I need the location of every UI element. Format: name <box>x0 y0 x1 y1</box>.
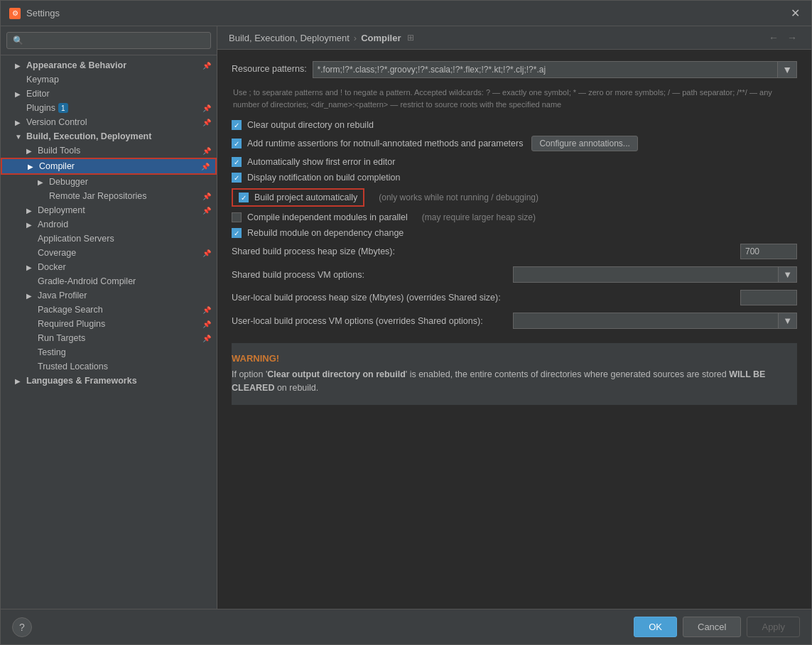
apply-button[interactable]: Apply <box>747 617 800 637</box>
sidebar-item-android[interactable]: ▶ Android <box>1 217 217 232</box>
sidebar-item-app-servers[interactable]: Application Servers <box>1 232 217 246</box>
sidebar-item-trusted-locations[interactable]: Trusted Locations <box>1 359 217 374</box>
sidebar-item-label: Application Servers <box>38 234 114 244</box>
build-automatically-checkbox[interactable] <box>239 193 249 202</box>
breadcrumb-nav: ← → <box>766 32 800 43</box>
search-box <box>1 26 217 55</box>
clear-output-label: Clear output directory on rebuild <box>247 120 374 130</box>
user-vm-label: User-local build process VM options (ove… <box>232 316 513 326</box>
user-vm-expand[interactable]: ▼ <box>779 313 797 329</box>
display-notification-label: Display notification on build completion <box>247 173 400 183</box>
configure-annotations-button[interactable]: Configure annotations... <box>531 136 637 151</box>
sidebar-item-java-profiler[interactable]: ▶ Java Profiler <box>1 288 217 303</box>
user-vm-input[interactable] <box>513 313 779 329</box>
arrow-icon: ▶ <box>15 377 23 385</box>
sidebar-item-editor[interactable]: ▶ Editor <box>1 87 217 101</box>
arrow-icon: ▶ <box>28 163 36 170</box>
sidebar-item-gradle-android[interactable]: Gradle-Android Compiler <box>1 274 217 288</box>
add-runtime-checkbox[interactable] <box>232 139 242 148</box>
user-heap-input[interactable] <box>740 290 797 305</box>
search-input[interactable] <box>6 32 211 49</box>
shared-vm-input-wrap: ▼ <box>513 266 797 283</box>
build-automatically-label: Build project automatically <box>254 193 357 202</box>
pin-icon: 📌 <box>202 193 211 200</box>
sidebar-item-label: Build, Execution, Deployment <box>26 131 151 141</box>
warning-title: WARNING! <box>232 353 797 364</box>
shared-heap-input[interactable] <box>740 244 797 259</box>
breadcrumb-icon: ⊞ <box>407 33 414 43</box>
help-button[interactable]: ? <box>12 617 32 637</box>
cancel-button[interactable]: Cancel <box>683 617 741 637</box>
sidebar-item-label: Java Profiler <box>38 291 87 300</box>
sidebar-item-label: Version Control <box>26 117 87 127</box>
sidebar-item-debugger[interactable]: ▶ Debugger <box>1 175 217 189</box>
pin-icon: 📌 <box>202 119 211 126</box>
sidebar-item-coverage[interactable]: Coverage 📌 <box>1 246 217 260</box>
sidebar-item-version-control[interactable]: ▶ Version Control 📌 <box>1 115 217 129</box>
sidebar-item-label: Editor <box>26 89 50 99</box>
rebuild-module-row: Rebuild module on dependency change <box>232 228 797 238</box>
sidebar-tree: ▶ Appearance & Behavior 📌 Keymap ▶ Edito… <box>1 55 217 609</box>
close-button[interactable]: ✕ <box>788 6 803 20</box>
compile-independent-checkbox[interactable] <box>232 212 242 222</box>
shared-vm-expand[interactable]: ▼ <box>779 266 797 283</box>
breadcrumb-bar: Build, Execution, Deployment › Compiler … <box>217 26 811 50</box>
nav-forward-button[interactable]: → <box>784 32 800 43</box>
rebuild-module-label: Rebuild module on dependency change <box>247 228 404 238</box>
nav-back-button[interactable]: ← <box>766 32 781 43</box>
sidebar-item-label: Run Targets <box>38 333 85 343</box>
resource-expand-button[interactable]: ▼ <box>777 62 796 77</box>
shared-vm-row: Shared build process VM options: ▼ <box>232 266 797 283</box>
pin-icon: 📌 <box>202 306 211 314</box>
compile-independent-label: Compile independent modules in parallel <box>247 212 408 222</box>
sidebar-item-remote-jar[interactable]: Remote Jar Repositories 📌 <box>1 189 217 203</box>
arrow-icon: ▶ <box>38 178 46 186</box>
breadcrumb-parent: Build, Execution, Deployment <box>229 33 350 43</box>
show-first-error-checkbox[interactable] <box>232 157 242 167</box>
compile-independent-row: Compile independent modules in parallel … <box>232 212 797 222</box>
rebuild-module-checkbox[interactable] <box>232 228 242 238</box>
arrow-icon: ▶ <box>26 147 35 155</box>
user-vm-row: User-local build process VM options (ove… <box>232 313 797 329</box>
sidebar-item-plugins[interactable]: Plugins 1 📌 <box>1 101 217 115</box>
resource-patterns-input[interactable] <box>313 63 778 77</box>
user-heap-row: User-local build process heap size (Mbyt… <box>232 290 797 305</box>
dialog-title: Settings <box>26 8 788 18</box>
arrow-icon: ▶ <box>15 119 23 126</box>
sidebar-item-label: Appearance & Behavior <box>26 60 126 70</box>
sidebar-item-run-targets[interactable]: Run Targets 📌 <box>1 331 217 345</box>
ok-button[interactable]: OK <box>634 617 677 637</box>
display-notification-checkbox[interactable] <box>232 173 242 183</box>
arrow-icon: ▶ <box>26 221 35 229</box>
sidebar-item-label: Docker <box>38 262 66 272</box>
sidebar-item-label: Gradle-Android Compiler <box>38 276 136 286</box>
title-bar: ⚙ Settings ✕ <box>1 1 811 26</box>
sidebar-item-appearance[interactable]: ▶ Appearance & Behavior 📌 <box>1 58 217 72</box>
sidebar-item-build-tools[interactable]: ▶ Build Tools 📌 <box>1 143 217 158</box>
sidebar-item-label: Languages & Frameworks <box>26 376 137 386</box>
sidebar-item-languages[interactable]: ▶ Languages & Frameworks <box>1 374 217 388</box>
sidebar-item-label: Plugins <box>26 103 55 113</box>
sidebar-item-compiler[interactable]: ▶ Compiler 📌 <box>1 158 217 175</box>
sidebar-item-label: Compiler <box>39 161 75 171</box>
pin-icon: 📌 <box>202 62 211 70</box>
breadcrumb-separator: › <box>354 33 357 43</box>
content-area: ▶ Appearance & Behavior 📌 Keymap ▶ Edito… <box>1 26 811 609</box>
sidebar-item-package-search[interactable]: Package Search 📌 <box>1 303 217 317</box>
sidebar-item-label: Coverage <box>38 248 76 258</box>
breadcrumb-current: Compiler <box>361 33 401 43</box>
clear-output-checkbox[interactable] <box>232 120 242 130</box>
sidebar-item-required-plugins[interactable]: Required Plugins 📌 <box>1 317 217 331</box>
sidebar-item-build-execution[interactable]: ▼ Build, Execution, Deployment <box>1 129 217 143</box>
main-panel: Build, Execution, Deployment › Compiler … <box>217 26 811 609</box>
arrow-icon: ▶ <box>26 264 35 271</box>
sidebar-item-deployment[interactable]: ▶ Deployment 📌 <box>1 203 217 217</box>
sidebar-item-docker[interactable]: ▶ Docker <box>1 260 217 274</box>
arrow-icon: ▶ <box>26 207 35 215</box>
show-first-error-label: Automatically show first error in editor <box>247 157 395 167</box>
sidebar-item-keymap[interactable]: Keymap <box>1 72 217 87</box>
add-runtime-label: Add runtime assertions for notnull-annot… <box>247 139 523 148</box>
sidebar-item-testing[interactable]: Testing <box>1 345 217 359</box>
footer-left: ? <box>12 617 32 637</box>
shared-vm-input[interactable] <box>513 266 779 283</box>
